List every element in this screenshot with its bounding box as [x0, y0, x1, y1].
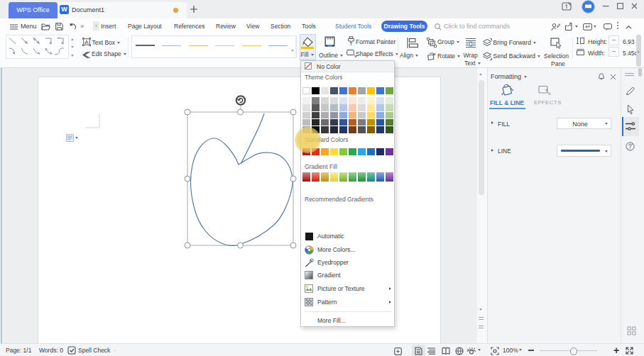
svg-text:A: A — [84, 39, 89, 45]
